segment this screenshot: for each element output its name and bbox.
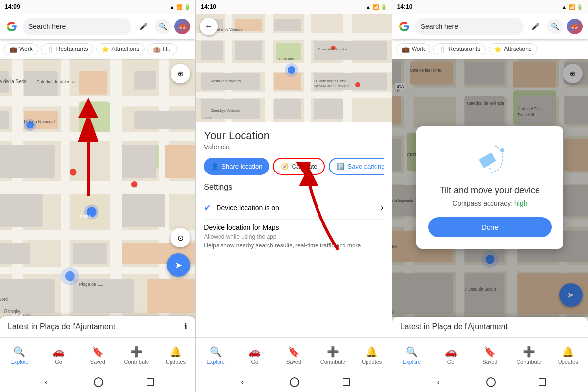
svg-rect-59 <box>201 41 223 60</box>
done-button[interactable]: Done <box>428 217 552 237</box>
svg-rect-14 <box>79 71 107 95</box>
sys-nav-2: ‹ <box>196 372 391 392</box>
tab-restaurants-3[interactable]: 🍴Restaurants <box>433 43 486 55</box>
avatar-1[interactable]: 🦊 <box>174 19 190 34</box>
saved-label-3: Saved <box>482 359 497 365</box>
contribute-icon-1: ➕ <box>130 346 143 358</box>
svg-text:ZARA: ZARA <box>79 214 92 219</box>
nav-updates-3[interactable]: 🔔 Updates <box>548 346 588 365</box>
updates-icon-3: 🔔 <box>562 346 574 358</box>
mic-icon-1[interactable]: 🎤 <box>135 19 151 34</box>
svg-rect-54 <box>304 14 311 122</box>
svg-text:Restaurant Navarro: Restaurant Navarro <box>211 79 241 83</box>
status-icons-2: ▲ 📶 🔋 <box>366 4 387 10</box>
nav-saved-1[interactable]: 🔖 Saved <box>78 346 117 365</box>
home-btn-sys-1[interactable] <box>94 377 103 387</box>
nav-contribute-2[interactable]: ➕ Contribute <box>313 346 352 365</box>
svg-text:Plaça de E...: Plaça de E... <box>79 282 104 287</box>
mic-icon-3[interactable]: 🎤 <box>528 19 543 34</box>
nav-go-2[interactable]: 🚗 Go <box>235 346 274 365</box>
map-area-1[interactable]: Llotja de la Seda Catedral de València M… <box>0 59 195 316</box>
tab-hotels-1[interactable]: 🏨H... <box>147 43 177 55</box>
settings-item-location-on[interactable]: ✔ Device location is on › <box>204 196 383 220</box>
status-icons-3: ▲ 📶 🔋 <box>562 4 583 10</box>
back-btn-sys-2[interactable]: ‹ <box>237 377 247 387</box>
tab-restaurants-1[interactable]: 🍴Restaurants <box>41 43 94 55</box>
nav-explore-1[interactable]: 🔍 Explore <box>0 346 39 365</box>
go-icon-2: 🚗 <box>248 346 261 358</box>
sys-nav-1: ‹ <box>0 372 195 392</box>
svg-rect-51 <box>196 92 391 98</box>
recents-btn-sys-2[interactable] <box>343 378 350 386</box>
navigation-button-1[interactable]: ➤ <box>167 253 190 277</box>
updates-label-3: Updates <box>558 359 578 365</box>
svg-text:Sorolla-Colón Edificio 2: Sorolla-Colón Edificio 2 <box>314 84 349 88</box>
status-icons-1: ▲ 📶 🔋 <box>170 4 190 10</box>
updates-icon-2: 🔔 <box>366 346 378 358</box>
nav-go-1[interactable]: 🚗 Go <box>39 346 78 365</box>
saved-label-2: Saved <box>286 359 301 365</box>
status-time-2: 14:10 <box>201 3 216 10</box>
share-location-btn[interactable]: 👤 Share location <box>204 158 269 175</box>
parking-icon: 🅿️ <box>337 163 344 170</box>
svg-text:Llotja de la Seda: Llotja de la Seda <box>0 79 27 84</box>
svg-text:Palau dels Valeriola: Palau dels Valeriola <box>318 48 348 51</box>
google-logo-1 <box>5 20 19 33</box>
home-btn-sys-3[interactable] <box>486 377 496 387</box>
tab-work-3[interactable]: 💼Work <box>396 43 431 55</box>
contribute-label-1: Contribute <box>124 359 149 365</box>
dialog-body-3: Compass accuracy: high <box>428 199 552 207</box>
tab-attractions-3[interactable]: ⭐Attractions <box>489 43 537 55</box>
nav-go-3[interactable]: 🚗 Go <box>431 346 470 365</box>
nav-saved-3[interactable]: 🔖 Saved <box>470 346 510 365</box>
avatar-3[interactable]: 🦊 <box>567 19 583 34</box>
svg-text:Google: Google <box>18 312 32 316</box>
explore-label-2: Explore <box>207 359 225 365</box>
explore-icon-3: 🔍 <box>406 346 418 358</box>
back-btn-sys-3[interactable]: ‹ <box>433 377 443 387</box>
search-bar-icons-3: 🎤 🔍 🦊 <box>528 19 583 34</box>
recents-btn-sys-1[interactable] <box>147 378 154 386</box>
calibrate-btn[interactable]: 🧭 Calibrate <box>273 158 325 175</box>
tab-attractions-1[interactable]: ⭐Attractions <box>96 43 145 55</box>
svg-text:Museu Nacional: Museu Nacional <box>24 119 55 124</box>
svg-rect-20 <box>122 145 156 178</box>
recents-btn-sys-3[interactable] <box>539 378 546 386</box>
contribute-label-2: Contribute <box>320 359 345 365</box>
lens-icon-3[interactable]: 🔍 <box>547 19 563 34</box>
nav-updates-1[interactable]: 🔔 Updates <box>156 346 196 365</box>
contribute-icon-3: ➕ <box>523 346 535 358</box>
nav-explore-3[interactable]: 🔍 Explore <box>392 346 432 365</box>
info-icon-1[interactable]: ℹ <box>184 322 187 331</box>
status-time-3: 14:10 <box>397 3 413 10</box>
contribute-icon-2: ➕ <box>327 346 339 358</box>
svg-rect-19 <box>0 145 55 178</box>
nav-contribute-1[interactable]: ➕ Contribute <box>117 346 156 365</box>
google-watermark-1: Google <box>4 309 20 314</box>
updates-icon-1: 🔔 <box>170 346 182 358</box>
nav-saved-2[interactable]: 🔖 Saved <box>274 346 314 365</box>
nav-updates-2[interactable]: 🔔 Updates <box>352 346 392 365</box>
panel-2: 14:10 ▲ 📶 🔋 ← <box>196 0 392 392</box>
signal-icon-2: ▲ <box>366 4 371 10</box>
map-area-3[interactable]: Cafe de les Hores Punt Catedral de Valèn… <box>392 59 588 317</box>
tab-work-1[interactable]: 💼Work <box>4 43 38 55</box>
wifi-icon: 📶 <box>176 4 182 10</box>
search-placeholder-3: Search here <box>421 23 458 30</box>
map-area-2[interactable]: ← <box>196 14 391 122</box>
svg-rect-53 <box>265 14 273 122</box>
save-parking-btn[interactable]: 🅿️ Save parking <box>329 158 383 175</box>
svg-rect-67 <box>314 99 343 119</box>
location-subtitle-2: Valencia <box>204 143 383 151</box>
svg-rect-24 <box>122 194 165 227</box>
signal-icon-3: ▲ <box>562 4 567 10</box>
back-btn-sys-1[interactable]: ‹ <box>41 377 51 387</box>
device-maps-label: Device location for Maps <box>204 220 383 232</box>
svg-rect-49 <box>196 33 391 40</box>
nav-contribute-3[interactable]: ➕ Contribute <box>510 346 549 365</box>
search-input-3[interactable]: Search here <box>415 18 524 35</box>
nav-explore-2[interactable]: 🔍 Explore <box>196 346 235 365</box>
lens-icon-1[interactable]: 🔍 <box>155 19 171 34</box>
home-btn-sys-2[interactable] <box>290 377 299 387</box>
search-input-1[interactable]: Search here <box>23 18 131 35</box>
